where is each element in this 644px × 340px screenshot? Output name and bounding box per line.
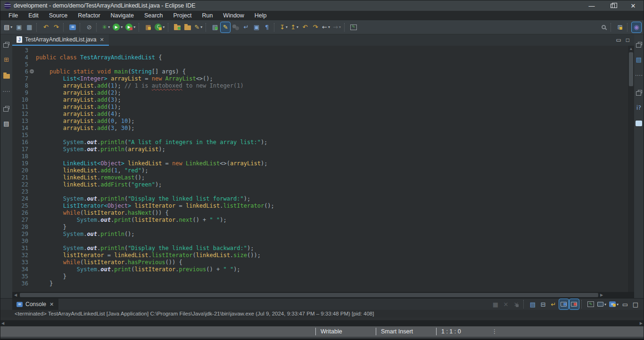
code-line-15[interactable]: 15 xyxy=(12,132,628,139)
code-line-12[interactable]: 12 arrayList.add(4); xyxy=(12,111,628,118)
search-button[interactable]: ✎▾ xyxy=(193,22,203,32)
scroll-right-icon[interactable]: ▶ xyxy=(598,292,605,298)
code-line-35[interactable]: 35 } xyxy=(12,273,628,280)
code-line-6[interactable]: 6 public static void main(String[] args)… xyxy=(12,68,628,75)
dropdown-caret-icon[interactable]: ▾ xyxy=(328,25,330,29)
copy-folder-button[interactable] xyxy=(2,70,11,81)
restore-view-button-2[interactable] xyxy=(635,86,643,97)
code-line-5[interactable]: 5 xyxy=(12,61,628,68)
run-button[interactable]: ▶▾ xyxy=(112,22,124,32)
show-whitespace-button[interactable]: ¶ xyxy=(262,22,272,32)
remove-all-terminated-button[interactable]: ✕ xyxy=(512,299,521,309)
window-view-button[interactable] xyxy=(635,118,643,129)
code-line-20[interactable]: 20 linkedList.add(1, "red"); xyxy=(12,167,628,174)
word-wrap-button[interactable]: ↵ xyxy=(549,299,558,309)
maximize-editor-button[interactable]: □ xyxy=(626,37,629,43)
hscroll-thumb[interactable] xyxy=(20,293,598,297)
save-all-button[interactable]: ▦ xyxy=(25,22,34,32)
back-history-button[interactable]: ↶ xyxy=(300,22,310,32)
dropdown-caret-icon[interactable]: ▾ xyxy=(10,25,12,29)
new-java-project-button[interactable]: ▦ xyxy=(143,22,153,32)
scroll-left-icon[interactable]: ◀ xyxy=(12,292,19,298)
code-line-21[interactable]: 21 linkedList.removeLast(); xyxy=(12,174,628,181)
close-console-tab-icon[interactable]: ✕ xyxy=(49,301,54,308)
code-line-22[interactable]: 22 linkedList.addFirst("green"); xyxy=(12,181,628,188)
menu-item-source[interactable]: Source xyxy=(44,11,73,20)
dropdown-caret-icon[interactable]: ▾ xyxy=(108,25,110,29)
new-window-button[interactable]: ✎ xyxy=(349,22,358,32)
console-scroll-right-icon[interactable]: ▶ xyxy=(640,320,643,326)
editor-horizontal-scrollbar[interactable]: ◀ ▶ xyxy=(12,292,634,298)
code-line-24[interactable]: 24 System.out.println("Display the linke… xyxy=(12,195,628,202)
dropdown-caret-icon[interactable]: ▾ xyxy=(286,25,288,29)
forward-history-button[interactable]: ↷ xyxy=(311,22,320,32)
code-line-32[interactable]: 32 listIterator = linkedList.listIterato… xyxy=(12,252,628,259)
scroll-lock-button[interactable]: ⊟ xyxy=(538,299,548,309)
forward-button[interactable]: →▾ xyxy=(332,22,342,32)
terminate-button[interactable]: ■ xyxy=(491,299,500,309)
undo-button[interactable]: ↶ xyxy=(41,22,50,32)
redo-button[interactable]: ↷ xyxy=(51,22,61,32)
show-stderr-button[interactable] xyxy=(570,299,579,309)
code-line-23[interactable]: 23 xyxy=(12,188,628,195)
console-view-button[interactable]: ▤ xyxy=(2,118,11,129)
open-console-button[interactable]: ≡▾ xyxy=(608,299,619,309)
package-explorer-button[interactable]: ⊞ xyxy=(2,54,11,65)
editor-vertical-scrollbar[interactable]: ▲ xyxy=(628,46,634,292)
restore-view-button[interactable] xyxy=(2,38,11,49)
open-task-button[interactable] xyxy=(173,22,182,32)
previous-annotation-button[interactable]: ↥▾ xyxy=(289,22,299,32)
external-tools-button[interactable]: ▶▾ xyxy=(124,22,136,32)
menu-item-window[interactable]: Window xyxy=(218,11,249,20)
dropdown-caret-icon[interactable]: ▾ xyxy=(133,25,135,29)
java-perspective-button[interactable]: ◉ xyxy=(632,22,641,32)
close-window-button[interactable]: ✕ xyxy=(623,0,644,11)
code-line-34[interactable]: 34 System.out.print(listIterator.previou… xyxy=(12,266,628,273)
open-resource-button[interactable] xyxy=(183,22,192,32)
link-with-editor-button[interactable]: ↵ xyxy=(241,22,251,32)
save-button[interactable]: ▣ xyxy=(14,22,24,32)
menu-item-search[interactable]: Search xyxy=(139,11,168,20)
code-line-17[interactable]: 17 System.out.println(arrayList); xyxy=(12,146,628,153)
show-stdout-button[interactable] xyxy=(559,299,569,309)
code-line-7[interactable]: 7 List<Integer> arrayList = new ArrayLis… xyxy=(12,75,628,82)
code-line-10[interactable]: 10 arrayList.add(3); xyxy=(12,97,628,104)
close-tab-icon[interactable]: ✕ xyxy=(99,37,104,43)
menu-item-file[interactable]: File xyxy=(3,11,23,20)
code-editor[interactable]: 34public class TestArrayAndLinkedList {5… xyxy=(12,46,628,292)
code-line-27[interactable]: 27 System.out.print(listIterator.next() … xyxy=(12,217,628,224)
code-line-33[interactable]: 33 while(listIterator.hasPrevious()) { xyxy=(12,259,628,266)
dropdown-caret-icon[interactable]: ▾ xyxy=(604,302,606,307)
code-line-28[interactable]: 28 } xyxy=(12,224,628,231)
code-line-8[interactable]: 8 arrayList.add(1); // 1 is autoboxed to… xyxy=(12,82,628,89)
new-class-button[interactable]: C▾ xyxy=(154,22,165,32)
restore-view-button[interactable] xyxy=(635,38,643,49)
mark-occurrences-button[interactable]: ✎ xyxy=(221,22,230,32)
dropdown-caret-icon[interactable]: ▾ xyxy=(163,25,165,29)
code-line-25[interactable]: 25 ListIterator<Object> listIterator = l… xyxy=(12,202,628,210)
minimize-console-button[interactable]: ▭ xyxy=(620,299,630,309)
new-task-button[interactable]: ▤ xyxy=(210,22,220,32)
code-line-3[interactable]: 3 xyxy=(12,47,628,54)
build-button[interactable] xyxy=(231,22,240,32)
menu-item-run[interactable]: Run xyxy=(197,11,218,20)
code-line-29[interactable]: 29 System.out.println(); xyxy=(12,231,628,238)
code-line-26[interactable]: 26 while(listIterator.hasNext()) { xyxy=(12,210,628,217)
scroll-up-icon[interactable]: ▲ xyxy=(628,46,634,52)
skip-breakpoints-button[interactable]: ⊘ xyxy=(84,22,94,32)
console-horizontal-scrollbar[interactable]: ◀ ▶ xyxy=(0,320,644,326)
code-line-9[interactable]: 9 arrayList.add(2); xyxy=(12,89,628,97)
code-line-31[interactable]: 31 System.out.println("Display the linke… xyxy=(12,245,628,252)
restore-view-button-2[interactable] xyxy=(2,102,11,113)
quick-search-button[interactable] xyxy=(599,22,608,32)
open-perspective-button[interactable]: ⊞ xyxy=(615,22,625,32)
debug-button[interactable]: ✳▾ xyxy=(101,22,111,32)
dropdown-caret-icon[interactable]: ▾ xyxy=(121,25,123,29)
minimize-editor-button[interactable]: ▭ xyxy=(616,37,621,43)
maximize-console-button[interactable]: □ xyxy=(631,299,640,309)
code-line-36[interactable]: 36 } xyxy=(12,280,628,287)
editor-tab[interactable]: J TestArrayAndLinkedList.java ✕ xyxy=(12,34,109,46)
code-line-13[interactable]: 13 arrayList.add(0, 10); xyxy=(12,118,628,125)
fold-collapse-icon[interactable] xyxy=(28,68,36,75)
open-console-button[interactable]: ≡ xyxy=(68,22,77,32)
